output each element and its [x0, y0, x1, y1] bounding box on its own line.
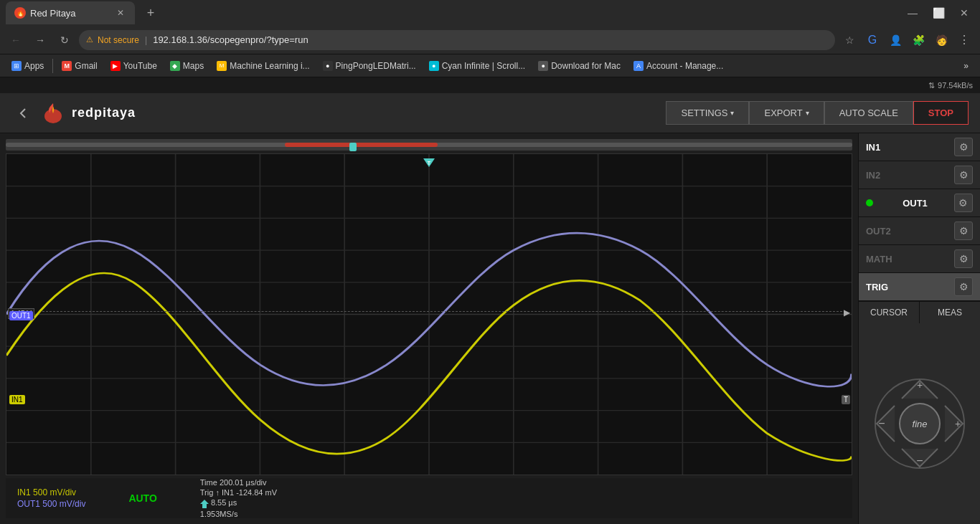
settings-label: SETTINGS [681, 108, 727, 118]
stop-button[interactable]: STOP [913, 101, 969, 125]
right-panel: IN1 ⚙ IN2 ⚙ OUT1 ⚙ OUT2 ⚙ MATH [858, 133, 980, 524]
out1-channel-button[interactable]: OUT1 ⚙ [859, 189, 980, 217]
profile-icon[interactable]: 🧑 [931, 30, 951, 50]
knob-svg: fine + + − − [873, 377, 966, 470]
auto-status-group: AUTO [128, 492, 156, 504]
ml-favicon: M [217, 61, 227, 71]
app-container: redpitaya SETTINGS ▾ EXPORT ▾ AUTO SCALE… [0, 93, 980, 524]
voltage-arrow-icon: ▶ [844, 308, 850, 318]
account-icon[interactable]: 👤 [885, 30, 905, 50]
nav-bar: ← → ↻ ⚠ Not secure | 192.168.1.36/scopeg… [0, 26, 980, 54]
out1-dot [866, 199, 873, 206]
bookmark-ml-label: Machine Learning i... [230, 61, 309, 71]
bookmark-apps-label: Apps [24, 61, 44, 71]
math-channel-button[interactable]: MATH ⚙ [859, 245, 980, 273]
slider-track [6, 143, 852, 147]
window-minimize-button[interactable]: — [903, 3, 923, 23]
meas-button[interactable]: MEAS [920, 302, 980, 323]
forward-button[interactable]: → [30, 30, 50, 50]
cursor-button[interactable]: CURSOR [859, 302, 920, 323]
bookmark-apps[interactable]: ⊞ Apps [6, 59, 50, 72]
export-chevron-icon: ▾ [806, 109, 809, 117]
bookmark-separator-1 [52, 59, 53, 73]
control-knob[interactable]: fine + + − − [873, 377, 966, 470]
bookmark-download-label: Download for Mac [551, 61, 621, 71]
in2-channel-button[interactable]: IN2 ⚙ [859, 161, 980, 189]
window-controls: — ⬜ ✕ [903, 3, 974, 23]
auto-scale-label: AUTO SCALE [839, 108, 898, 118]
window-maximize-button[interactable]: ⬜ [928, 3, 948, 23]
bookmark-gmail[interactable]: M Gmail [56, 59, 103, 72]
export-label: EXPORT [764, 108, 802, 118]
bookmark-pingpong-label: PingPongLEDMatri... [336, 61, 416, 71]
auto-scale-button[interactable]: AUTO SCALE [824, 101, 913, 125]
menu-icon[interactable]: ⋮ [954, 30, 974, 50]
bookmarks-more-button[interactable]: » [958, 59, 974, 72]
bookmark-account-label: Account - Manage... [646, 61, 723, 71]
time-status-group: Time 200.01 µs/div Trig ↑ IN1 -124.84 mV… [200, 478, 277, 518]
panel-bottom-buttons: CURSOR MEAS [859, 301, 980, 323]
math-settings-button[interactable]: ⚙ [954, 249, 973, 268]
svg-text:−: − [878, 417, 885, 429]
out1-status: OUT1 500 mV/div [17, 499, 85, 509]
waveform-display [6, 154, 852, 475]
bookmarks-more-icon: » [963, 61, 969, 71]
title-bar: 🔥 Red Pitaya ✕ + — ⬜ ✕ [0, 0, 980, 26]
url-bar[interactable]: ⚠ Not secure | 192.168.1.36/scopegenpro/… [79, 30, 835, 50]
bookmark-machine-learning[interactable]: M Machine Learning i... [211, 59, 315, 72]
bookmark-youtube[interactable]: ▶ YouTube [105, 59, 163, 72]
bookmark-cyan[interactable]: ● Cyan Infinite | Scroll... [423, 59, 532, 72]
logo-area: redpitaya [34, 100, 666, 126]
new-tab-button[interactable]: + [141, 3, 161, 23]
chrome-icon[interactable]: G [862, 30, 882, 50]
maps-favicon: ◆ [170, 61, 180, 71]
svg-text:fine: fine [912, 419, 927, 429]
svg-marker-21 [200, 500, 209, 508]
transfer-icon: ⇅ [928, 81, 935, 90]
out1-settings-button[interactable]: ⚙ [954, 194, 973, 212]
in2-settings-button[interactable]: ⚙ [954, 166, 973, 184]
in1-channel-button[interactable]: IN1 ⚙ [859, 133, 980, 161]
logo-text: redpitaya [72, 105, 136, 120]
security-label: Not secure [98, 35, 139, 45]
gmail-favicon: M [62, 61, 72, 71]
tab-title: Red Pitaya [30, 8, 76, 19]
bookmark-star-icon[interactable]: ☆ [839, 30, 859, 50]
apps-favicon: ⊞ [11, 61, 22, 71]
out2-settings-button[interactable]: ⚙ [954, 221, 973, 240]
pingpong-favicon: ● [323, 61, 333, 71]
bookmark-account[interactable]: A Account - Manage... [628, 59, 729, 72]
app-back-button[interactable] [11, 102, 34, 125]
trig-time-status: 8.55 µs [200, 498, 277, 508]
window-close-button[interactable]: ✕ [954, 3, 974, 23]
header-buttons: SETTINGS ▾ EXPORT ▾ AUTO SCALE STOP [666, 101, 969, 125]
tab-close-button[interactable]: ✕ [115, 7, 126, 19]
extension-puzzle-icon[interactable]: 🧩 [908, 30, 928, 50]
settings-button[interactable]: SETTINGS ▾ [666, 101, 749, 125]
export-button[interactable]: EXPORT ▾ [749, 101, 824, 125]
voltage-reference-line [42, 311, 846, 312]
status-bar: IN1 500 mV/div OUT1 500 mV/div AUTO Time… [6, 478, 852, 518]
stop-label: STOP [928, 108, 953, 118]
trig-settings-button[interactable]: ⚙ [954, 277, 973, 296]
trigger-marker: T [422, 157, 436, 171]
tab-favicon: 🔥 [14, 7, 26, 19]
bookmark-pingpong[interactable]: ● PingPongLEDMatri... [317, 59, 422, 72]
back-button[interactable]: ← [6, 30, 26, 50]
browser-tab[interactable]: 🔥 Red Pitaya ✕ [6, 1, 135, 24]
in1-settings-button[interactable]: ⚙ [954, 138, 973, 156]
browser-frame: 🔥 Red Pitaya ✕ + — ⬜ ✕ ← → ↻ ⚠ Not secur… [0, 0, 980, 93]
out2-channel-button[interactable]: OUT2 ⚙ [859, 217, 980, 245]
trig-channel-button[interactable]: TRIG ⚙ [859, 273, 980, 301]
security-icon: ⚠ [86, 35, 93, 44]
bookmarks-bar: ⊞ Apps M Gmail ▶ YouTube ◆ Maps M Machin… [0, 54, 980, 77]
reload-button[interactable]: ↻ [55, 30, 75, 50]
auto-status: AUTO [128, 492, 156, 504]
bookmark-download-mac[interactable]: ● Download for Mac [532, 59, 626, 72]
slider-handle[interactable] [349, 143, 357, 151]
timebase-slider[interactable] [6, 139, 852, 151]
trig-label: TRIG [866, 282, 888, 292]
bookmark-maps[interactable]: ◆ Maps [164, 59, 209, 72]
trigger-right-label: T [842, 395, 850, 404]
out2-label: OUT2 [866, 226, 891, 237]
